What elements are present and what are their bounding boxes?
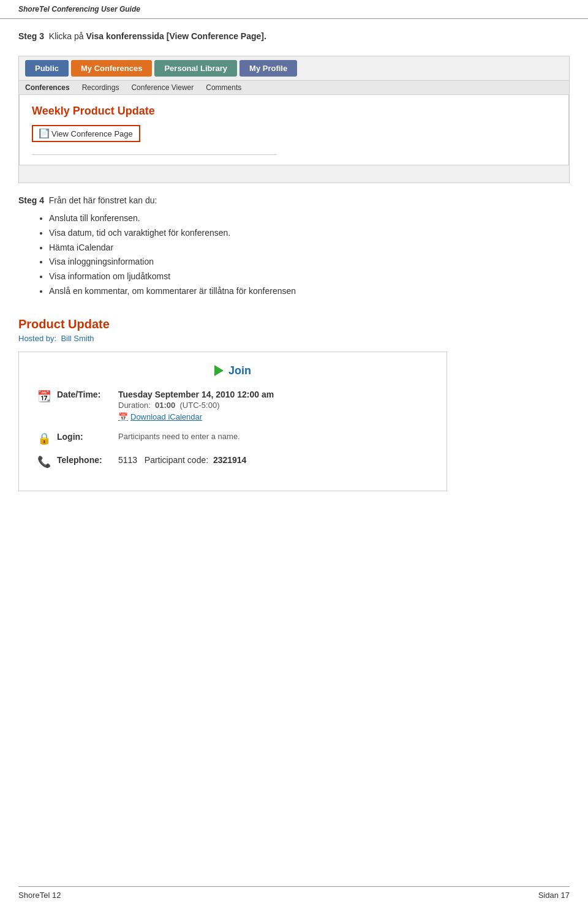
my-profile-nav-button[interactable]: My Profile [239,60,297,77]
sub-conference-viewer[interactable]: Conference Viewer [131,83,194,92]
step4-block: Steg 4 Från det här fönstret kan du: Ans… [18,195,570,299]
datetime-value: Tuesday September 14, 2010 12:00 am [118,390,274,399]
step3-intro: Steg 3 Klicka på Visa konferenssida [Vie… [18,31,570,41]
datetime-value-block: Tuesday September 14, 2010 12:00 am Dura… [118,390,274,422]
join-play-icon [214,365,224,376]
sub-recordings[interactable]: Recordings [82,83,119,92]
join-label[interactable]: Join [228,364,251,377]
weekly-conference-box: Weekly Product Update 📄 View Conference … [19,94,569,165]
list-item: Ansluta till konferensen. [49,211,570,226]
my-conferences-nav-button[interactable]: My Conferences [71,60,152,77]
view-conference-page-button[interactable]: 📄 View Conference Page [32,125,140,142]
list-item: Visa information om ljudåtkomst [49,269,570,284]
datetime-label: Date/Time: [57,390,112,399]
list-item: Anslå en kommentar, om kommentarer är ti… [49,284,570,299]
datetime-row: 📆 Date/Time: Tuesday September 14, 2010 … [37,390,428,422]
list-item: Visa datum, tid och varaktighet för konf… [49,226,570,241]
login-row: 🔒 Login: Participants need to enter a na… [37,432,428,445]
page-footer: ShoreTel 12 Sidan 17 [18,886,570,900]
footer-left: ShoreTel 12 [18,891,61,900]
list-item: Hämta iCalendar [49,241,570,255]
step4-label: Steg 4 Från det här fönstret kan du: [18,195,570,205]
nav-screenshot: Public My Conferences Personal Library M… [18,56,570,183]
datetime-icon: 📆 [37,390,51,403]
hosted-by-name: Bill Smith [61,334,94,343]
list-item: Visa inloggningsinformation [49,255,570,269]
login-value: Participants need to enter a name. [118,432,240,441]
public-nav-button[interactable]: Public [25,60,69,77]
login-icon: 🔒 [37,432,51,445]
step3-link: Visa konferenssida [View Conference Page… [86,31,266,41]
join-row: Join [37,364,428,377]
telephone-row: 📞 Telephone: 5113 Participant code: 2321… [37,455,428,469]
duration-row: Duration: 01:00 (UTC-5:00) [118,401,274,410]
calendar-icon: 📅 [118,412,128,422]
telephone-value: 5113 Participant code: 2321914 [118,455,246,465]
step4-bullet-list: Ansluta till konferensen. Visa datum, ti… [49,211,570,299]
separator [32,154,277,155]
telephone-label: Telephone: [57,455,112,465]
product-update-section: Product Update Hosted by: Bill Smith Joi… [18,317,570,491]
login-label: Login: [57,432,112,442]
view-conference-icon: 📄 [39,129,49,138]
product-update-title: Product Update [18,317,570,331]
personal-library-nav-button[interactable]: Personal Library [154,60,237,77]
nav-top-bar: Public My Conferences Personal Library M… [19,56,569,80]
weekly-conference-title: Weekly Product Update [32,105,556,118]
download-ical-link[interactable]: 📅 Download iCalendar [118,412,274,422]
page-header: ShoreTel Conferencing User Guide [0,0,588,19]
telephone-icon: 📞 [37,455,51,469]
sub-comments[interactable]: Comments [206,83,241,92]
footer-right: Sidan 17 [538,891,570,900]
sub-conferences[interactable]: Conferences [25,83,70,92]
nav-sub-bar: Conferences Recordings Conference Viewer… [19,80,569,94]
header-title: ShoreTel Conferencing User Guide [18,5,140,13]
product-update-info-card: Join 📆 Date/Time: Tuesday September 14, … [18,352,447,491]
hosted-by: Hosted by: Bill Smith [18,334,570,343]
